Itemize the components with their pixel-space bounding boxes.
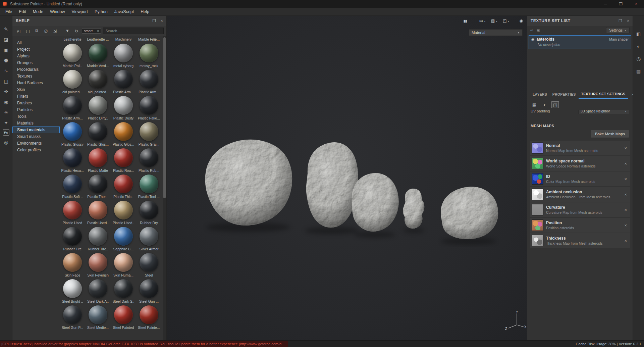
material-item-steel-gun[interactable]: Steel Gun ... — [136, 278, 162, 304]
material-item-plastic-ther[interactable]: Plastic Ther... — [85, 173, 111, 199]
shelf-category-tools[interactable]: Tools — [12, 113, 60, 120]
texture-set-item-asteroids[interactable]: ◉ asteroids Main shader No description — [529, 35, 631, 49]
material-item-steel-gun-p[interactable]: Steel Gun P... — [60, 304, 85, 330]
shelf-category-all[interactable]: All — [12, 39, 60, 46]
material-item-plastic-glos[interactable]: Plastic Glos... — [111, 121, 136, 147]
shelf-category-filters[interactable]: Filters — [12, 93, 60, 100]
instantiate-link-icon[interactable]: ∞ — [530, 28, 533, 33]
material-item-steel-dark-a[interactable]: Steel Dark A.. — [85, 278, 111, 304]
mesh-map-row-thickness[interactable]: ThicknessThickness Map from Mesh asteroi… — [530, 233, 630, 248]
visibility-eye-icon[interactable]: ◉ — [531, 37, 535, 42]
shelf-category-hard-surfaces[interactable]: Hard Surfaces — [12, 80, 60, 86]
material-item-sapphire-c[interactable]: Sapphire C... — [111, 226, 136, 252]
mesh-map-clear-icon[interactable]: × — [623, 223, 628, 228]
shelf-category-color-profiles[interactable]: Color profiles — [12, 147, 60, 153]
mesh-map-row-world-space-normal[interactable]: World space normalWorld Space Normals as… — [530, 156, 630, 171]
material-item-plastic-soft[interactable]: Plastic Soft .. — [60, 173, 85, 199]
mesh-map-clear-icon[interactable]: × — [623, 146, 628, 151]
shelf-scrollbar-thumb[interactable] — [163, 37, 166, 198]
shelf-category-skin[interactable]: Skin — [12, 86, 60, 93]
bake-mesh-maps-button[interactable]: Bake Mesh Maps — [591, 130, 629, 138]
filter-tag-remove-icon[interactable]: × — [97, 29, 99, 33]
channels-view-icon[interactable]: ▦ — [531, 101, 538, 108]
minimize-button[interactable]: ─ — [598, 0, 613, 8]
shelf-category-brushes[interactable]: Brushes — [12, 100, 60, 106]
material-item-plastic-used[interactable]: Plastic Used.. — [111, 199, 136, 226]
shelf-category-environments[interactable]: Environments — [12, 140, 60, 147]
material-item-steel-medie[interactable]: Steel Medie... — [85, 304, 111, 330]
material-picker-tool-icon[interactable]: ✜ — [2, 88, 10, 95]
material-item-plastic-grai[interactable]: Plastic Grai... — [136, 121, 162, 147]
screenshot-camera-button[interactable]: ◉ — [520, 18, 523, 23]
viewport-3d-canvas[interactable]: ▮▮▭▼▧▼◳▼◉ Material ▼ Y X Z — [167, 16, 527, 340]
menu-mode[interactable]: Mode — [30, 8, 47, 15]
photoshop-export-icon[interactable]: Ps — [3, 129, 9, 136]
material-item-steel-painte[interactable]: Steel Painte... — [136, 304, 162, 330]
tab-properties[interactable]: PROPERTIES — [550, 90, 579, 99]
menu-python[interactable]: Python — [91, 8, 111, 15]
material-item-metal-cyborg[interactable]: metal cyborg — [111, 42, 136, 68]
shader-settings-icon[interactable]: ◐ — [635, 43, 642, 50]
resource-stack-icon[interactable]: ⧉ — [33, 28, 41, 34]
material-item-steel-painted[interactable]: Steel Painted — [111, 304, 136, 330]
material-item-rubber-tire[interactable]: Rubber Tire — [60, 226, 85, 252]
axis-gizmo[interactable]: Y X Z — [505, 311, 526, 330]
grid-view-icon[interactable]: ⊞ — [152, 37, 156, 42]
mesh-map-row-position[interactable]: PositionPosition asteroids× — [530, 218, 630, 233]
material-item-plastic-fake[interactable]: Plastic Fake... — [136, 95, 162, 121]
texture-view-button[interactable]: ◳▼ — [503, 18, 509, 23]
menu-viewport[interactable]: Viewport — [68, 8, 91, 15]
display-settings-icon[interactable]: ◧ — [635, 31, 642, 37]
filter-tag-chip[interactable]: smart... × — [82, 28, 101, 34]
maximize-button[interactable]: ❒ — [613, 0, 629, 8]
shelf-float-icon[interactable]: ❒ — [152, 18, 156, 23]
filter-icon[interactable]: ▼ — [64, 28, 71, 34]
material-item-steel-dark-s[interactable]: Steel Dark S.. — [111, 278, 136, 304]
mesh-map-clear-icon[interactable]: × — [623, 238, 628, 243]
iray-render-icon[interactable]: ◎ — [2, 138, 10, 146]
clone-tool-icon[interactable]: ◫ — [2, 77, 10, 85]
material-item-silver-armor[interactable]: Silver Armor — [136, 226, 162, 252]
display-mode-button[interactable]: ▭▼ — [479, 18, 486, 23]
material-item-plastic-arm[interactable]: Plastic Arm... — [60, 95, 85, 121]
close-button[interactable]: × — [629, 0, 644, 8]
shelf-category-materials[interactable]: Materials — [12, 120, 60, 127]
material-item-marble-poli[interactable]: Marble Poli.. — [60, 42, 85, 68]
material-item-plastic-arm[interactable]: Plastic Arm... — [136, 68, 162, 95]
material-item-plastic-rub[interactable]: Plastic Rub... — [136, 147, 162, 173]
material-item-plastic-glos[interactable]: Plastic Glos... — [85, 121, 111, 147]
material-item-plastic-dusty[interactable]: Plastic Dusty — [111, 95, 136, 121]
material-item-skin-feverish[interactable]: Skin Feverish — [85, 252, 111, 278]
mesh-map-clear-icon[interactable]: × — [623, 177, 628, 182]
mesh-map-row-id[interactable]: IDColor Map from Mesh asteroids× — [530, 171, 630, 186]
material-item-plastic-rou[interactable]: Plastic Rou... — [111, 147, 136, 173]
mesh-map-clear-icon[interactable]: × — [623, 192, 628, 197]
mesh-map-clear-icon[interactable]: × — [623, 161, 628, 166]
tab-texture-set-settings[interactable]: TEXTURE SET SETTINGS — [579, 90, 628, 99]
mesh-map-clear-icon[interactable]: × — [623, 207, 628, 212]
settings-dropdown[interactable]: Settings ▼ — [606, 27, 630, 33]
shelf-category-alphas[interactable]: Alphas — [12, 53, 60, 59]
material-item-plastic-used[interactable]: Plastic Used — [60, 199, 85, 226]
smudge-tool-icon[interactable]: ∿ — [2, 67, 10, 75]
history-icon[interactable]: ◷ — [635, 55, 642, 62]
shelf-close-icon[interactable]: × — [161, 18, 163, 23]
material-item-plastic-hexa[interactable]: Plastic Hexa... — [60, 147, 85, 173]
material-item-marble-verd[interactable]: Marble Verd... — [85, 42, 111, 68]
material-item-plastic-dirty[interactable]: Plastic Dirty.. — [85, 95, 111, 121]
shelf-category-particles[interactable]: Particles — [12, 106, 60, 113]
material-item-plastic-arm[interactable]: Plastic Arm... — [111, 68, 136, 95]
material-item-plastic-used[interactable]: Plastic Used.. — [85, 199, 111, 226]
refresh-icon[interactable]: ↻ — [73, 28, 80, 34]
mesh-map-row-normal[interactable]: NormalNormal Map from Mesh asteroids× — [530, 141, 630, 155]
material-item-rubber-tire[interactable]: Rubber Tire.. — [85, 226, 111, 252]
tab-layers[interactable]: LAYERS — [530, 90, 550, 99]
material-item-steel-bright[interactable]: Steel Bright .. — [60, 278, 85, 304]
shader-view-icon[interactable]: ◐ — [541, 101, 548, 108]
log-icon[interactable]: ▤ — [635, 68, 642, 75]
uv-view-icon[interactable]: ◳ — [551, 101, 559, 108]
material-item-rubber-dry[interactable]: Rubber Dry — [136, 199, 162, 226]
uv-padding-dropdown[interactable]: 3D Space Neighbor ▼ — [578, 110, 629, 114]
hide-resources-icon[interactable]: ∅ — [42, 28, 50, 34]
import-resources-icon[interactable]: ⇲ — [51, 28, 59, 34]
